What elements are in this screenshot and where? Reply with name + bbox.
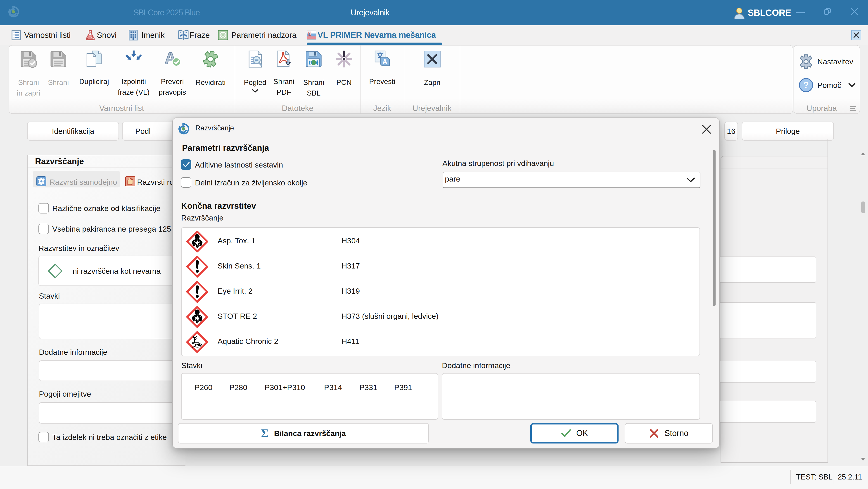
svg-text:A: A [382, 58, 388, 66]
svg-text:?: ? [803, 80, 809, 90]
